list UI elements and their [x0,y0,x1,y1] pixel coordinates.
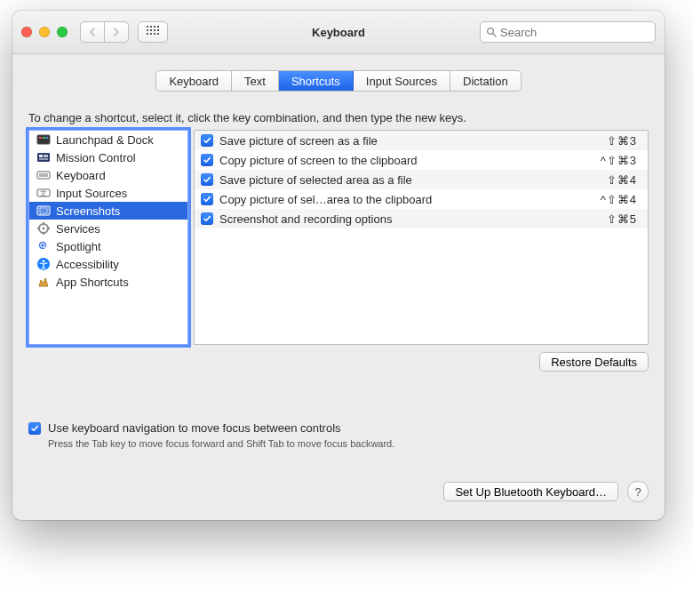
show-all-button[interactable] [138,21,168,43]
keyboard-navigation-label: Use keyboard navigation to move focus be… [48,421,341,435]
svg-rect-5 [46,137,48,139]
category-accessibility[interactable]: Accessibility [29,255,187,273]
shortcut-row[interactable]: Save picture of screen as a file⇧⌘3 [195,131,648,150]
restore-defaults-button[interactable]: Restore Defaults [539,352,649,372]
shortcut-keys[interactable]: ⇧⌘5 [575,209,648,228]
tab-text[interactable]: Text [232,71,279,91]
svg-rect-9 [39,158,48,160]
shortcut-label: Copy picture of sel…area to the clipboar… [219,189,575,209]
shortcut-enabled-checkbox[interactable] [201,154,213,166]
category-label: App Shortcuts [56,276,129,289]
shortcut-keys[interactable]: ⇧⌘3 [575,131,648,150]
nav-back-forward [80,21,129,43]
mission-control-icon [36,150,51,164]
svg-text:文: 文 [40,189,47,197]
svg-line-26 [44,247,47,250]
shortcut-row[interactable]: Save picture of selected area as a file⇧… [195,170,648,189]
spotlight-icon [36,239,51,253]
accessibility-icon [36,257,51,271]
shortcut-list: Save picture of screen as a file⇧⌘3Copy … [195,131,648,228]
keyboard-icon [36,168,51,182]
svg-rect-4 [43,137,45,139]
svg-rect-8 [44,155,48,157]
category-label: Keyboard [56,169,106,182]
shortcut-enabled-checkbox[interactable] [201,193,213,205]
category-label: Input Sources [56,187,127,200]
keyboard-navigation-checkbox[interactable] [28,422,41,435]
shortcut-label: Screenshot and recording options [219,209,575,228]
category-label: Mission Control [56,151,136,164]
help-button[interactable]: ? [627,481,649,502]
chevron-right-icon [113,28,120,36]
close-window-button[interactable] [21,27,32,37]
zoom-window-button[interactable] [57,27,68,37]
svg-rect-7 [39,155,43,157]
category-list: Launchpad & DockMission ControlKeyboard文… [29,131,187,291]
shortcut-keys[interactable]: ^⇧⌘3 [575,150,648,170]
checkmark-icon [30,424,39,433]
search-input[interactable] [500,26,649,39]
app-shortcuts-icon [36,275,51,289]
category-app-shortcuts[interactable]: App Shortcuts [29,273,187,291]
category-label: Accessibility [56,258,119,271]
keyboard-navigation-row: Use keyboard navigation to move focus be… [28,421,649,435]
category-spotlight[interactable]: Spotlight [29,237,187,255]
category-screenshots[interactable]: Screenshots [29,202,187,220]
category-keyboard[interactable]: Keyboard [29,166,187,184]
setup-bluetooth-keyboard-button[interactable]: Set Up Bluetooth Keyboard… [443,482,618,501]
category-input-sources[interactable]: 文Input Sources [29,184,187,202]
shortcut-label: Save picture of screen as a file [219,131,575,150]
shortcut-label: Copy picture of screen to the clipboard [219,150,575,170]
keyboard-navigation-help: Press the Tab key to move focus forward … [48,438,649,449]
svg-rect-3 [39,137,42,139]
shortcut-row[interactable]: Screenshot and recording options⇧⌘5 [195,209,648,228]
svg-point-19 [43,228,45,230]
input-sources-icon: 文 [36,186,51,200]
category-services[interactable]: Services [29,220,187,237]
services-icon [36,221,51,236]
tabs: KeyboardTextShortcutsInput SourcesDictat… [28,70,649,92]
svg-line-1 [493,34,496,36]
tab-keyboard[interactable]: Keyboard [156,71,232,91]
category-label: Services [56,222,100,236]
shortcut-enabled-checkbox[interactable] [201,134,213,147]
category-launchpad-dock[interactable]: Launchpad & Dock [29,131,187,148]
shortcut-enabled-checkbox[interactable] [201,212,213,225]
preferences-window: Keyboard KeyboardTextShortcutsInput Sour… [12,11,665,520]
shortcut-label: Save picture of selected area as a file [219,170,575,189]
shortcut-keys[interactable]: ^⇧⌘4 [575,189,648,209]
shortcut-row[interactable]: Copy picture of sel…area to the clipboar… [195,189,648,209]
shortcut-enabled-checkbox[interactable] [201,173,213,186]
svg-rect-2 [37,135,50,144]
svg-point-28 [43,260,45,263]
category-label: Screenshots [56,204,120,218]
chevron-left-icon [89,28,96,36]
search-field[interactable] [480,21,656,43]
minimize-window-button[interactable] [39,27,50,37]
shortcut-keys[interactable]: ⇧⌘4 [575,170,648,189]
tab-input-sources[interactable]: Input Sources [354,71,450,91]
search-icon [486,27,497,37]
tab-shortcuts[interactable]: Shortcuts [279,71,354,91]
grid-icon [147,26,159,38]
shortcut-list-pane[interactable]: Save picture of screen as a file⇧⌘3Copy … [194,130,649,345]
launchpad-icon [36,132,51,147]
category-label: Spotlight [56,240,101,253]
shortcut-row[interactable]: Copy picture of screen to the clipboard^… [195,150,648,170]
category-list-pane[interactable]: Launchpad & DockMission ControlKeyboard文… [28,130,188,345]
instruction-text: To change a shortcut, select it, click t… [28,111,649,124]
tab-dictation[interactable]: Dictation [450,71,521,91]
category-label: Launchpad & Dock [56,133,154,147]
pane-body: KeyboardTextShortcutsInput SourcesDictat… [12,54,665,520]
footer: Set Up Bluetooth Keyboard… ? [28,481,649,502]
tabbar: KeyboardTextShortcutsInput SourcesDictat… [155,70,521,92]
forward-button[interactable] [105,22,128,42]
split-panes: Launchpad & DockMission ControlKeyboard文… [28,130,649,343]
back-button[interactable] [81,22,105,42]
window-controls [21,27,68,37]
screenshots-icon [36,204,51,218]
titlebar: Keyboard [12,11,665,54]
svg-rect-10 [37,172,50,179]
category-mission-control[interactable]: Mission Control [29,148,187,166]
